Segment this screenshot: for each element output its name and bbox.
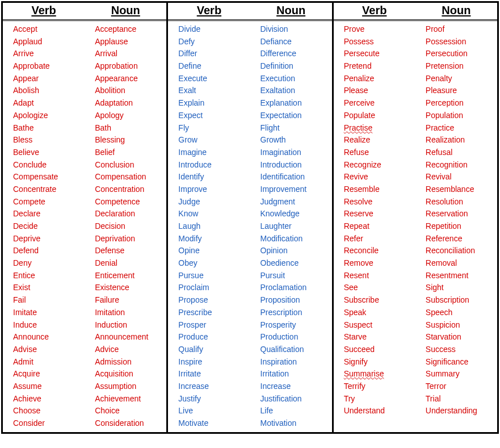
noun-word: Practice (426, 122, 497, 135)
noun-word: Knowledge (260, 208, 332, 220)
noun-word: Possession (426, 36, 497, 48)
noun-word: Modification (260, 233, 332, 245)
verb-word: Persecute (344, 48, 415, 60)
verb-word: Adapt (13, 97, 85, 110)
noun-word: Pleasure (426, 85, 497, 97)
column-group: VerbDivideDefyDifferDefineExecuteExaltEx… (166, 3, 331, 432)
noun-word: Realization (426, 134, 497, 146)
verb-word: Define (178, 60, 250, 73)
verb-column: VerbDivideDefyDifferDefineExecuteExaltEx… (168, 3, 250, 432)
noun-word: Motivation (260, 417, 332, 430)
verb-word: Bless (13, 134, 85, 146)
noun-word: Refusal (426, 146, 497, 159)
noun-word: Defiance (260, 36, 332, 48)
verb-word: Realize (344, 134, 415, 146)
table-wrap: VerbAcceptApplaudArriveApprobateAppearAb… (1, 1, 499, 434)
verb-word: Divide (178, 23, 250, 36)
column-header-noun: Noun (250, 3, 332, 21)
noun-word: Existence (95, 282, 166, 294)
noun-word: Competence (95, 196, 166, 208)
noun-word: Prescription (260, 307, 332, 319)
verb-word: Prove (344, 23, 415, 36)
verb-word: Achieve (13, 393, 85, 405)
verb-word: Defy (178, 36, 250, 48)
noun-column: NounProofPossessionPersecutionPretension… (415, 3, 497, 432)
noun-cells: DivisionDefianceDifferenceDefinitionExec… (250, 21, 332, 432)
noun-word: Pretension (426, 60, 497, 73)
verb-word: Starve (344, 331, 415, 344)
noun-word: Penalty (426, 73, 497, 85)
noun-column: NounAcceptanceApplauseArrivalApprobation… (85, 3, 166, 432)
noun-word: Inspiration (260, 356, 332, 369)
noun-word: Deprivation (95, 233, 166, 245)
verb-word: Repeat (344, 220, 415, 233)
verb-word: Resolve (344, 196, 415, 208)
verb-word: Admit (13, 356, 85, 369)
verb-word: Signify (344, 356, 415, 369)
verb-word: Propose (178, 294, 250, 307)
noun-word: Division (260, 23, 332, 36)
noun-word: Pursuit (260, 270, 332, 282)
verb-column: VerbAcceptApplaudArriveApprobateAppearAb… (3, 3, 85, 432)
verb-cells: AcceptApplaudArriveApprobateAppearAbolis… (3, 21, 85, 432)
noun-word: Belief (95, 146, 166, 159)
verb-word: Motivate (178, 417, 250, 430)
verb-word: Improve (178, 183, 250, 196)
verb-word: Fly (178, 122, 250, 135)
noun-word: Resemblance (426, 183, 497, 196)
verb-word: Summarise (344, 368, 415, 380)
noun-word: Suspicion (426, 319, 497, 332)
column-header-noun: Noun (415, 3, 497, 21)
verb-word: Differ (178, 48, 250, 60)
verb-word: Choose (13, 405, 85, 417)
verb-word: Assume (13, 380, 85, 393)
verb-word: Appear (13, 73, 85, 85)
noun-word: Starvation (426, 331, 497, 344)
verb-word: Perceive (344, 97, 415, 110)
verb-word: Expect (178, 110, 250, 122)
verb-word: Reserve (344, 208, 415, 220)
verb-word: Prosper (178, 319, 250, 332)
verb-word: Reconcile (344, 245, 415, 257)
verb-word: Terrify (344, 380, 415, 393)
noun-word: Justification (260, 393, 332, 405)
verb-word: Increase (178, 380, 250, 393)
verb-word: Fail (13, 294, 85, 307)
verb-word: Identify (178, 171, 250, 183)
noun-word: Production (260, 331, 332, 344)
noun-word: Difference (260, 48, 332, 60)
noun-word: Understanding (426, 405, 497, 417)
verb-word: Prescribe (178, 307, 250, 319)
noun-word: Conclusion (95, 159, 166, 171)
verb-word: Announce (13, 331, 85, 344)
verb-cells: ProvePossessPersecutePretendPenalizePlea… (334, 21, 415, 420)
noun-word: Improvement (260, 183, 332, 196)
noun-word: Decision (95, 220, 166, 233)
noun-word: Trial (426, 393, 497, 405)
verb-word: Remove (344, 257, 415, 270)
noun-word: Blessing (95, 134, 166, 146)
verb-word: Obey (178, 257, 250, 270)
verb-word: Introduce (178, 159, 250, 171)
verb-word: Resemble (344, 183, 415, 196)
noun-word: Recognition (426, 159, 497, 171)
verb-word: Apologize (13, 110, 85, 122)
verb-word: Know (178, 208, 250, 220)
verb-word: Judge (178, 196, 250, 208)
verb-word: Please (344, 85, 415, 97)
verb-word: Live (178, 405, 250, 417)
verb-word: Justify (178, 393, 250, 405)
verb-word: Imitate (13, 307, 85, 319)
noun-word: Reconciliation (426, 245, 497, 257)
noun-word: Consideration (95, 417, 166, 430)
noun-word: Proof (426, 23, 497, 36)
noun-word: Advice (95, 344, 166, 356)
noun-word: Failure (95, 294, 166, 307)
verb-word: Acquire (13, 368, 85, 380)
column-group: VerbProvePossessPersecutePretendPenalize… (332, 3, 499, 432)
noun-word: Execution (260, 73, 332, 85)
verb-column: VerbProvePossessPersecutePretendPenalize… (334, 3, 415, 432)
verb-word: Succeed (344, 344, 415, 356)
verb-word: Refer (344, 233, 415, 245)
verb-word: Deny (13, 257, 85, 270)
